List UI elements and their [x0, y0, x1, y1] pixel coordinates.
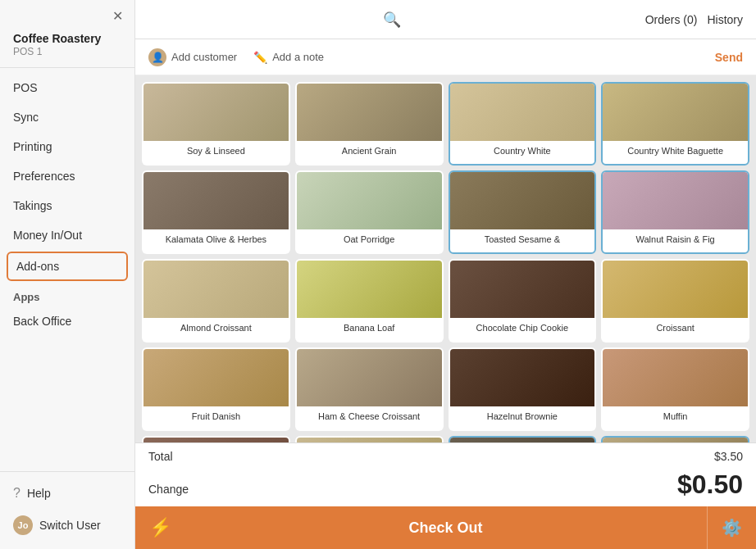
product-hazelnut-label: Hazelnut Brownie	[450, 406, 595, 429]
sidebar-item-pos[interactable]: POS	[0, 73, 134, 102]
search-icon: 🔍	[383, 11, 401, 29]
product-soy[interactable]: Soy & Linseed	[142, 82, 290, 166]
avatar: Jo	[13, 515, 33, 535]
product-country-baguette[interactable]: Country White Baguette	[601, 82, 749, 166]
product-ancient-label: Ancient Grain	[297, 141, 442, 164]
product-sonoma-mission[interactable]: Sonoma Mission	[601, 436, 749, 442]
product-pain[interactable]: Pain au Chocolat	[142, 436, 290, 442]
product-choc-img	[450, 261, 595, 318]
topbar: 🔍 Orders (0) History	[135, 0, 756, 39]
sidebar-item-sync[interactable]: Sync	[0, 102, 134, 132]
add-customer-button[interactable]: 👤 Add customer	[148, 48, 237, 66]
help-item[interactable]: ? Help	[0, 479, 134, 508]
product-soy-img	[143, 84, 289, 141]
sidebar-nav: POS Sync Printing Preferences Takings Mo…	[0, 68, 134, 471]
gear-button[interactable]: ⚙️	[707, 506, 756, 549]
help-label: Help	[27, 487, 51, 500]
product-fruit[interactable]: Fruit Danish	[142, 347, 290, 431]
product-almond-img	[143, 261, 289, 318]
product-ham-img	[297, 349, 442, 406]
main-area: 🔍 Orders (0) History 👤 Add customer ✏️ A…	[135, 0, 756, 549]
product-croissant-img	[603, 261, 748, 318]
product-choc-label: Chocolate Chip Cookie	[450, 318, 595, 341]
product-toasted[interactable]: Toasted Sesame &	[449, 170, 597, 254]
history-label[interactable]: History	[707, 13, 743, 26]
product-oat-img	[297, 172, 442, 229]
content-area: Soy & Linseed Ancient Grain Country Whit…	[135, 75, 756, 442]
product-toasted-label: Toasted Sesame &	[450, 229, 595, 252]
product-almond-label: Almond Croissant	[143, 318, 289, 341]
product-ham-label: Ham & Cheese Croissant	[297, 406, 442, 429]
product-walnut-label: Walnut Raisin & Fig	[603, 229, 748, 252]
product-croissant-label: Croissant	[603, 318, 748, 341]
product-country-white[interactable]: Country White	[449, 82, 597, 166]
add-customer-label: Add customer	[171, 51, 237, 63]
search-area[interactable]: 🔍	[148, 11, 635, 29]
sidebar: ✕ Coffee Roastery POS 1 POS Sync Printin…	[0, 0, 135, 549]
sidebar-brand: Coffee Roastery POS 1	[0, 29, 134, 68]
sidebar-item-back-office[interactable]: Back Office	[0, 306, 134, 336]
orders-label[interactable]: Orders (0)	[645, 13, 698, 26]
brand-name: Coffee Roastery	[13, 32, 121, 45]
product-grid-wrapper: Soy & Linseed Ancient Grain Country Whit…	[135, 75, 756, 442]
product-kalamata[interactable]: Kalamata Olive & Herbes	[142, 170, 290, 254]
close-button[interactable]: ✕	[112, 8, 123, 24]
product-country-white-img	[450, 84, 595, 141]
product-ham[interactable]: Ham & Cheese Croissant	[295, 347, 444, 431]
brand-sub: POS 1	[13, 46, 121, 57]
product-walnut-img	[603, 172, 748, 229]
product-kalamata-img	[143, 172, 289, 229]
product-toasted-img	[450, 172, 595, 229]
checkout-button[interactable]: Check Out	[184, 506, 707, 549]
checkout-bar: ⚡ Check Out ⚙️	[135, 506, 756, 549]
gear-icon: ⚙️	[722, 518, 742, 538]
product-oat[interactable]: Oat Porridge	[295, 170, 444, 254]
product-country-baguette-img	[603, 84, 748, 141]
product-croissant[interactable]: Croissant	[601, 259, 749, 343]
product-soy-label: Soy & Linseed	[143, 141, 289, 164]
add-note-label: Add a note	[272, 51, 324, 63]
product-walnut[interactable]: Walnut Raisin & Fig	[601, 170, 749, 254]
product-ancient[interactable]: Ancient Grain	[295, 82, 444, 166]
totals-row: Total $3.50	[135, 443, 756, 468]
send-button[interactable]: Send	[715, 51, 743, 64]
product-hazelnut[interactable]: Hazelnut Brownie	[449, 347, 597, 431]
lightning-icon: ⚡	[149, 517, 171, 538]
sidebar-item-add-ons[interactable]: Add-ons	[7, 252, 128, 281]
apps-section-label: Apps	[0, 283, 134, 306]
product-banana[interactable]: Banana Loaf	[295, 259, 444, 343]
actionbar: 👤 Add customer ✏️ Add a note Send	[135, 39, 756, 75]
product-sonoma-miche[interactable]: Sonoma Miche	[449, 436, 597, 442]
lightning-button[interactable]: ⚡	[135, 506, 184, 549]
product-oat-label: Oat Porridge	[297, 229, 442, 252]
sidebar-item-takings[interactable]: Takings	[0, 191, 134, 220]
product-country-baguette-label: Country White Baguette	[603, 141, 748, 164]
product-choc[interactable]: Chocolate Chip Cookie	[449, 259, 597, 343]
product-kalamata-label: Kalamata Olive & Herbes	[143, 229, 289, 252]
sidebar-close-area: ✕	[0, 0, 134, 29]
product-banana-img	[297, 261, 442, 318]
change-value: $0.50	[677, 470, 743, 500]
product-grid: Soy & Linseed Ancient Grain Country Whit…	[142, 82, 749, 442]
total-value: $3.50	[714, 450, 743, 463]
product-country-white-label: Country White	[450, 141, 595, 164]
product-fruit-label: Fruit Danish	[143, 406, 289, 429]
note-icon: ✏️	[253, 51, 267, 64]
change-label: Change	[148, 483, 189, 496]
add-note-button[interactable]: ✏️ Add a note	[253, 51, 324, 64]
product-quiche[interactable]: Quiche	[295, 436, 444, 442]
total-label: Total	[148, 450, 173, 463]
product-muffin-img	[603, 349, 748, 406]
product-muffin[interactable]: Muffin	[601, 347, 749, 431]
switch-user-item[interactable]: Jo Switch User	[0, 508, 134, 542]
sidebar-item-preferences[interactable]: Preferences	[0, 161, 134, 191]
help-icon: ?	[13, 486, 20, 501]
product-muffin-label: Muffin	[603, 406, 748, 429]
bottom-area: Total $3.50 Change $0.50 ⚡ Check Out ⚙️	[135, 442, 756, 549]
sidebar-item-money-in-out[interactable]: Money In/Out	[0, 220, 134, 250]
product-banana-label: Banana Loaf	[297, 318, 442, 341]
switch-user-label: Switch User	[39, 519, 101, 532]
product-almond[interactable]: Almond Croissant	[142, 259, 290, 343]
sidebar-item-printing[interactable]: Printing	[0, 132, 134, 161]
sidebar-footer: ? Help Jo Switch User	[0, 471, 134, 549]
